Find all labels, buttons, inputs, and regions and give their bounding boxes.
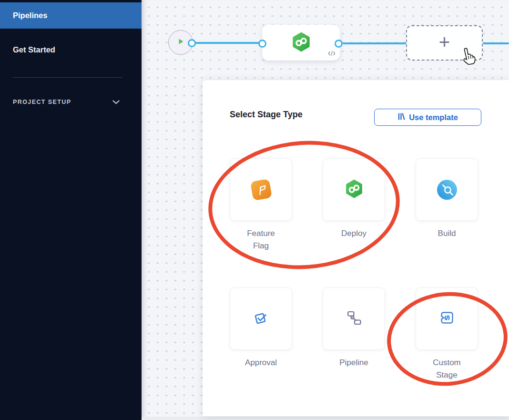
stage-type-cell-custom-stage: Custom Stage	[416, 287, 478, 381]
window-bottom-edge	[142, 417, 509, 420]
pipeline-icon	[345, 308, 364, 329]
stage-type-card-approval[interactable]	[230, 287, 292, 350]
pipeline-edge	[483, 42, 509, 44]
stage-type-label: Deploy	[332, 227, 376, 240]
connector-port	[188, 39, 196, 47]
chevron-down-icon	[112, 98, 120, 106]
stage-type-card-custom-stage[interactable]	[416, 287, 478, 350]
stage-type-card-deploy[interactable]	[323, 158, 385, 221]
approval-icon	[252, 308, 271, 329]
harness-deploy-icon	[291, 31, 312, 54]
stage-type-label: Custom Stage	[425, 357, 469, 381]
custom-stage-icon	[438, 308, 457, 329]
select-stage-type-panel: Select Stage Type Use template Feature F…	[203, 80, 509, 416]
pipeline-edge	[192, 42, 263, 44]
play-icon	[176, 37, 185, 48]
use-template-label: Use template	[409, 113, 458, 122]
stage-type-label: Approval	[239, 357, 283, 369]
use-template-button[interactable]: Use template	[374, 109, 481, 126]
deploy-stage-node[interactable]	[262, 25, 340, 61]
code-icon	[328, 50, 336, 58]
sidebar-item-label: Pipelines	[13, 11, 47, 20]
stage-type-cell-feature-flag: Feature Flag	[230, 158, 292, 252]
section-label: PROJECT SETUP	[13, 99, 71, 105]
hand-pointer-cursor	[457, 45, 480, 71]
pipeline-studio-screen: Pipelines Get Started PROJECT SETUP	[0, 0, 509, 420]
sidebar-divider	[13, 77, 122, 78]
stage-type-card-feature-flag[interactable]	[230, 158, 292, 221]
connector-port	[258, 40, 266, 48]
stage-type-cell-approval: Approval	[230, 287, 292, 369]
deploy-icon	[344, 179, 364, 201]
template-library-icon	[397, 113, 405, 123]
stage-type-label: Pipeline	[332, 357, 376, 369]
stage-type-cell-pipeline: Pipeline	[323, 287, 385, 369]
sidebar-section-project-setup[interactable]: PROJECT SETUP	[13, 96, 120, 108]
build-icon	[437, 180, 457, 200]
stage-type-card-pipeline[interactable]	[323, 287, 385, 350]
stage-type-label: Build	[425, 227, 469, 240]
pipeline-canvas: + Select Stage Type Use template	[142, 0, 509, 420]
pipeline-edge	[343, 42, 407, 44]
stage-type-cell-deploy: Deploy	[323, 158, 385, 240]
feature-flag-icon	[250, 178, 272, 200]
stage-type-label: Feature Flag	[239, 227, 283, 252]
stage-type-cell-build: Build	[416, 158, 478, 240]
sidebar-item-label: Get Started	[13, 45, 55, 54]
panel-title: Select Stage Type	[230, 110, 303, 120]
stage-type-card-build[interactable]	[416, 158, 478, 221]
sidebar-item-get-started[interactable]: Get Started	[0, 37, 142, 63]
sidebar-item-pipelines[interactable]: Pipelines	[0, 2, 142, 29]
connector-port	[335, 40, 343, 48]
plus-icon: +	[439, 35, 450, 49]
sidebar: Pipelines Get Started PROJECT SETUP	[0, 0, 142, 420]
